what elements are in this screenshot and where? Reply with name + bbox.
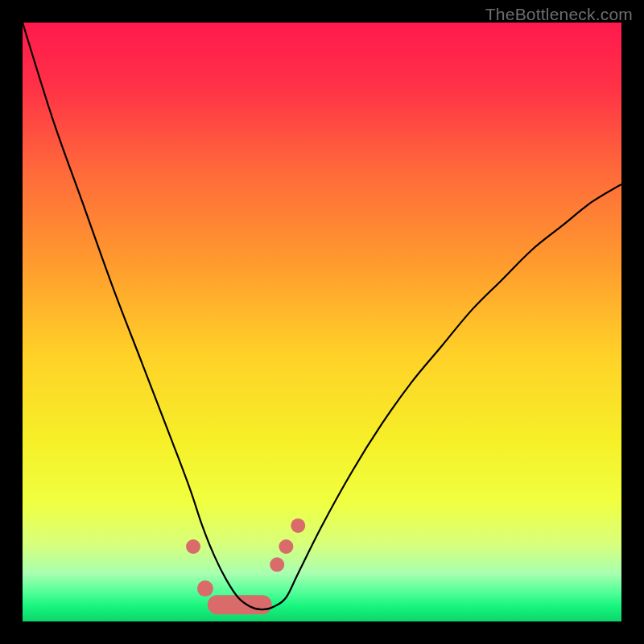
marker-dot <box>197 580 213 597</box>
marker-dot <box>279 539 293 554</box>
marker-dot <box>291 518 305 533</box>
chart-frame: TheBottleneck.com <box>0 0 644 644</box>
marker-group <box>186 518 305 614</box>
watermark-text: TheBottleneck.com <box>485 5 633 24</box>
plot-area <box>23 23 621 621</box>
bottleneck-curve <box>23 23 621 609</box>
marker-dot <box>270 557 284 572</box>
marker-dot <box>186 539 200 554</box>
curve-layer <box>23 23 621 621</box>
